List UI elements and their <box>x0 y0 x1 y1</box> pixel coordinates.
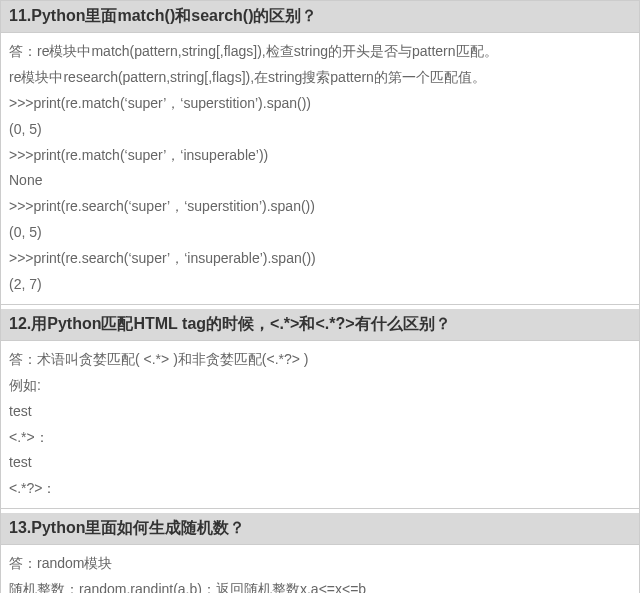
section-heading: 12.用Python匹配HTML tag的时候，<.*>和<.*?>有什么区别？ <box>1 309 639 341</box>
content-line: >>>print(re.match(‘super’，‘insuperable’)… <box>9 143 631 169</box>
section-content: 答：random模块随机整数：random.randint(a,b)：返回随机整… <box>1 545 639 593</box>
content-line: (2, 7) <box>9 272 631 298</box>
qa-section: 11.Python里面match()和search()的区别？答：re模块中ma… <box>0 0 640 305</box>
content-line: re模块中research(pattern,string[,flags]),在s… <box>9 65 631 91</box>
section-content: 答：术语叫贪婪匹配( <.*> )和非贪婪匹配(<.*?> )例如:test<.… <box>1 341 639 508</box>
content-line: 答：术语叫贪婪匹配( <.*> )和非贪婪匹配(<.*?> ) <box>9 347 631 373</box>
content-line: test <box>9 450 631 476</box>
section-heading: 11.Python里面match()和search()的区别？ <box>1 1 639 33</box>
content-line: (0, 5) <box>9 117 631 143</box>
content-line: >>>print(re.search(‘super’，‘superstition… <box>9 194 631 220</box>
content-line: 答：random模块 <box>9 551 631 577</box>
content-line: 例如: <box>9 373 631 399</box>
content-line: >>>print(re.search(‘super’，‘insuperable’… <box>9 246 631 272</box>
content-line: 答：re模块中match(pattern,string[,flags]),检查s… <box>9 39 631 65</box>
qa-section: 12.用Python匹配HTML tag的时候，<.*>和<.*?>有什么区别？… <box>0 309 640 509</box>
content-line: 随机整数：random.randint(a,b)：返回随机整数x,a<=x<=b <box>9 577 631 593</box>
section-heading: 13.Python里面如何生成随机数？ <box>1 513 639 545</box>
content-line: <.*>： <box>9 425 631 451</box>
content-line: <.*?>： <box>9 476 631 502</box>
content-line: test <box>9 399 631 425</box>
content-line: None <box>9 168 631 194</box>
content-line: >>>print(re.match(‘super’，‘superstition’… <box>9 91 631 117</box>
section-content: 答：re模块中match(pattern,string[,flags]),检查s… <box>1 33 639 304</box>
qa-section: 13.Python里面如何生成随机数？答：random模块随机整数：random… <box>0 513 640 593</box>
content-line: (0, 5) <box>9 220 631 246</box>
